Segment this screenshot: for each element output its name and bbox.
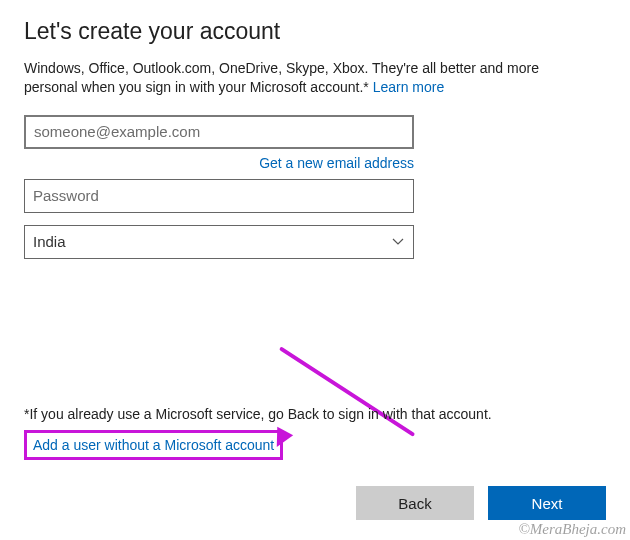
signup-form: Get a new email address India [24, 115, 414, 259]
watermark: ©MeraBheja.com [518, 521, 626, 538]
country-selected-value: India [33, 233, 66, 250]
back-button[interactable]: Back [356, 486, 474, 520]
footer-note: *If you already use a Microsoft service,… [24, 406, 606, 422]
dialog-buttons: Back Next [24, 486, 606, 520]
learn-more-link[interactable]: Learn more [373, 79, 445, 95]
add-user-without-ms-account-link[interactable]: Add a user without a Microsoft account [24, 430, 283, 460]
next-button[interactable]: Next [488, 486, 606, 520]
page-title: Let's create your account [24, 18, 606, 45]
email-input[interactable] [24, 115, 414, 149]
get-new-email-link[interactable]: Get a new email address [259, 155, 414, 171]
intro-text: Windows, Office, Outlook.com, OneDrive, … [24, 59, 584, 97]
country-select[interactable]: India [24, 225, 414, 259]
intro-copy: Windows, Office, Outlook.com, OneDrive, … [24, 60, 539, 95]
password-input[interactable] [24, 179, 414, 213]
chevron-down-icon [391, 235, 405, 249]
new-email-row: Get a new email address [24, 149, 414, 179]
